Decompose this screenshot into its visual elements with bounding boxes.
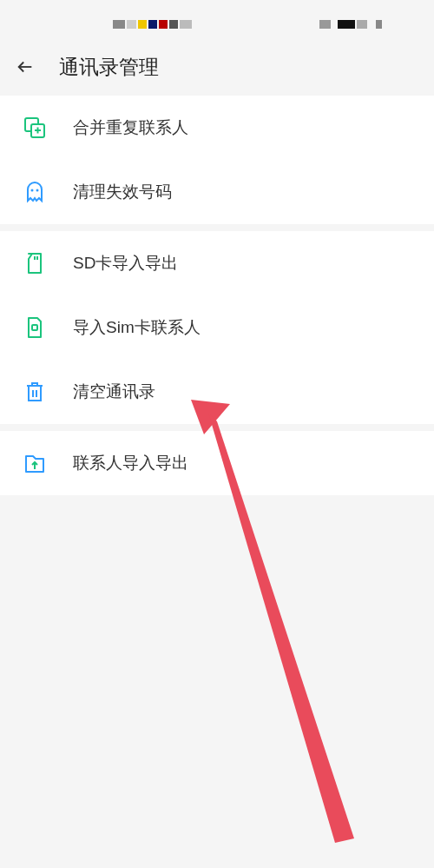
clean-invalid-item[interactable]: 清理失效号码 (0, 160, 434, 224)
section-3: 清空通讯录 联系人导入导出 (0, 431, 434, 495)
item-label: 清空通讯录 (73, 381, 155, 403)
svg-point-6 (36, 189, 39, 192)
item-label: SD卡导入导出 (73, 252, 178, 275)
svg-point-5 (31, 189, 34, 192)
section-1: 合并重复联系人 清理失效号码 (0, 96, 434, 224)
svg-rect-9 (32, 325, 37, 330)
import-export-item[interactable]: 清空通讯录 联系人导入导出 (0, 431, 434, 495)
sim-card-icon (16, 308, 54, 347)
status-left-pixels (113, 20, 192, 29)
page-title: 通讯录管理 (59, 54, 159, 81)
item-label: 联系人导入导出 (73, 452, 188, 474)
merge-contacts-icon (16, 109, 54, 147)
sd-card-icon (16, 244, 54, 282)
section-2: SD卡导入导出 导入Sim卡联系人 清空通讯录 (0, 231, 434, 424)
clear-contacts-item[interactable]: 清空通讯录 (0, 360, 434, 424)
item-label: 清理失效号码 (73, 181, 172, 203)
import-export-icon (16, 444, 54, 482)
sd-card-item[interactable]: SD卡导入导出 (0, 231, 434, 295)
header-bar: 通讯录管理 (0, 38, 434, 96)
merge-contacts-item[interactable]: 合并重复联系人 (0, 96, 434, 160)
ghost-icon (16, 173, 54, 211)
status-right-pixels (319, 20, 382, 29)
trash-icon (16, 373, 54, 411)
status-bar (0, 0, 434, 38)
item-label: 导入Sim卡联系人 (73, 316, 201, 339)
item-label: 合并重复联系人 (73, 116, 188, 139)
sim-card-item[interactable]: 导入Sim卡联系人 (0, 295, 434, 360)
back-icon[interactable] (16, 57, 35, 76)
